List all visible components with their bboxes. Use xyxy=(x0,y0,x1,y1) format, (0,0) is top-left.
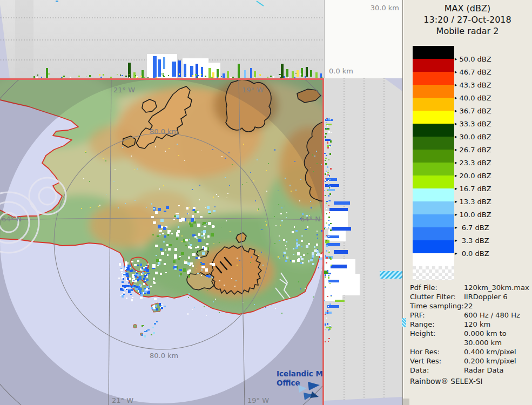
legend-swatch xyxy=(413,150,454,163)
metadata-label xyxy=(410,338,464,347)
metadata-value: 30.000 km xyxy=(464,338,528,347)
metadata-label: Vert Res: xyxy=(410,356,464,366)
legend-swatch-transparent xyxy=(413,266,454,280)
legend-swatch xyxy=(413,98,454,111)
legend-entry: ▸16.7 dBZ xyxy=(455,184,491,193)
legend-swatch xyxy=(413,188,454,201)
legend-swatch xyxy=(413,59,454,72)
legend-swatch xyxy=(413,72,454,85)
legend-tick-arrow-icon: ▸ xyxy=(455,132,457,141)
legend-entry: ▸33.3 dBZ xyxy=(455,119,491,128)
legend-entry: ▸46.7 dBZ xyxy=(455,68,491,76)
legend-entry: ▸ 3.3 dBZ xyxy=(455,236,489,245)
metadata-row: Pdf File:120km_30km.max xyxy=(410,283,528,292)
metadata-row: Hor Res:0.400 km/pixel xyxy=(410,347,528,356)
legend-entry-label: 26.7 dBZ xyxy=(460,146,491,154)
legend-swatch xyxy=(413,111,454,124)
metadata-label: Data: xyxy=(410,366,464,375)
metadata-row: Height:0.000 km to xyxy=(410,329,528,338)
sea-silhouette-wedge xyxy=(385,78,402,91)
legend-entry-label: 23.3 dBZ xyxy=(460,159,491,167)
edge-echo-mark xyxy=(402,318,406,327)
metadata-row: 30.000 km xyxy=(410,338,528,347)
metadata-label: Height: xyxy=(410,329,464,338)
legend-entry: ▸23.3 dBZ xyxy=(455,158,491,167)
metadata-label: Hor Res: xyxy=(410,347,464,356)
legend-swatch xyxy=(413,240,454,253)
legend-tick-arrow-icon: ▸ xyxy=(455,171,457,180)
sea-silhouette-wedge xyxy=(0,4,10,78)
legend-entry-label: 20.0 dBZ xyxy=(460,172,491,180)
metadata-value: 120km_30km.max xyxy=(464,283,529,292)
legend-entry: ▸ 6.7 dBZ xyxy=(455,223,489,232)
legend-tick-arrow-icon: ▸ xyxy=(455,68,457,76)
sea-silhouette-bottom xyxy=(324,397,402,405)
legend-panel: MAX (dBZ) 13:20 / 27-Oct-2018 Mobile rad… xyxy=(402,0,532,405)
legend-entry-label: 30.0 dBZ xyxy=(460,133,491,141)
legend-swatch xyxy=(413,201,454,214)
parallel-64n-label-right: 64° N xyxy=(300,215,320,223)
metadata-value: 0.000 km to xyxy=(464,329,528,338)
metadata-value: IIRDoppler 6 xyxy=(464,292,528,301)
top-profile-canvas xyxy=(0,0,324,78)
metadata-row: PRF:600 Hz / 480 Hz xyxy=(410,310,528,320)
metadata-label: Range: xyxy=(410,320,464,329)
legend-entry: ▸26.7 dBZ xyxy=(455,145,491,154)
right-profile-echoes xyxy=(324,118,360,342)
metadata-value: Radar Data xyxy=(464,366,528,375)
range-ring-label-bottom: 80.0 km xyxy=(150,352,178,360)
legend-entry-label: 46.7 dBZ xyxy=(460,68,491,76)
metadata-table: Pdf File:120km_30km.maxClutter Filter:II… xyxy=(410,283,528,375)
parallel-64n-label-left: 64° N xyxy=(2,215,22,223)
metadata-row: Range:120 km xyxy=(410,320,528,329)
radar-map-canvas: 21° W 19° W 21° W 19° W 64° N 64° N 80.0… xyxy=(0,78,324,405)
imo-logo-text-line2: Office xyxy=(277,379,300,387)
profile-axis-corner: 30.0 km 0.0 km xyxy=(324,0,402,78)
product-title: MAX (dBZ) xyxy=(403,3,532,14)
legend-tick-arrow-icon: ▸ xyxy=(455,55,457,63)
legend-swatch xyxy=(413,176,454,188)
legend-tick-arrow-icon: ▸ xyxy=(455,249,457,258)
axis-zero-label: 0.0 km xyxy=(329,67,353,75)
hatched-echo-band xyxy=(380,271,402,279)
legend-tick-arrow-icon: ▸ xyxy=(455,93,457,102)
legend-tick-arrow-icon: ▸ xyxy=(455,197,457,206)
radar-application-window: 30.0 km 0.0 km xyxy=(0,0,532,405)
metadata-label: Clutter Filter: xyxy=(410,292,464,301)
metadata-label: PRF: xyxy=(410,310,464,320)
legend-swatch xyxy=(413,85,454,98)
meridian-21w-label-top: 21° W xyxy=(113,86,135,94)
legend-swatch xyxy=(413,137,454,150)
legend-entry-label: 36.7 dBZ xyxy=(460,107,491,115)
legend-tick-arrow-icon: ▸ xyxy=(455,145,457,154)
legend-entry-label: 13.3 dBZ xyxy=(460,198,491,206)
right-profile-canvas xyxy=(324,78,402,405)
metadata-label: Pdf File: xyxy=(410,283,464,292)
legend-colorbar xyxy=(413,46,454,280)
metadata-value: 22 xyxy=(464,301,528,310)
metadata-value: 0.200 km/pixel xyxy=(464,356,528,366)
legend-tick-arrow-icon: ▸ xyxy=(455,119,457,128)
legend-tick-arrow-icon: ▸ xyxy=(455,236,457,245)
legend-entry-label: 43.3 dBZ xyxy=(460,81,491,89)
range-ring-label-top: 80.0 km xyxy=(150,127,178,136)
legend-entry: ▸40.0 dBZ xyxy=(455,93,491,102)
product-datetime: 13:20 / 27-Oct-2018 xyxy=(403,14,532,25)
legend-entry: ▸20.0 dBZ xyxy=(455,171,491,180)
meridian-19w-label-top: 19° W xyxy=(242,86,264,94)
legend-swatch xyxy=(413,46,454,59)
legend-tick-arrow-icon: ▸ xyxy=(455,223,457,232)
metadata-row: Data:Radar Data xyxy=(410,366,528,375)
legend-swatch-below-min xyxy=(413,253,454,266)
legend-tick-arrow-icon: ▸ xyxy=(455,210,457,219)
legend-entry-label: 3.3 dBZ xyxy=(460,237,489,245)
cross-section-top-panel xyxy=(0,0,324,78)
imo-logo-text-line1: Icelandic Met xyxy=(277,369,324,378)
legend-swatch xyxy=(413,124,454,137)
panel-header: MAX (dBZ) 13:20 / 27-Oct-2018 Mobile rad… xyxy=(403,3,532,37)
legend-entry-label: 6.7 dBZ xyxy=(460,224,489,232)
legend-entry: ▸10.0 dBZ xyxy=(455,210,491,219)
software-name: Rainbow® SELEX-SI xyxy=(410,377,482,386)
metadata-row: Time sampling:22 xyxy=(410,301,528,310)
legend-tick-arrow-icon: ▸ xyxy=(455,106,457,115)
